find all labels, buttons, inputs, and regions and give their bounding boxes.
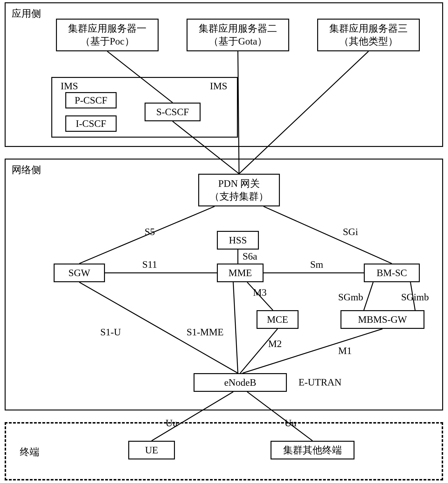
mme-label: MME	[229, 266, 252, 279]
s-cscf-box: S-CSCF	[144, 103, 200, 121]
server1-line1: 集群应用服务器一	[68, 22, 146, 35]
i-cscf-label: I-CSCF	[76, 117, 106, 130]
ims-label1: IMS	[61, 80, 78, 92]
mce-box: MCE	[256, 310, 298, 329]
pdn-line1: PDN 网关	[218, 177, 260, 190]
server3-line2: （其他类型）	[339, 35, 398, 48]
p-cscf-label: P-CSCF	[75, 94, 107, 107]
bmsc-box: BM-SC	[364, 264, 420, 282]
edge-sgmb: SGmb	[338, 291, 363, 303]
other-terminal-box: 集群其他终端	[271, 441, 354, 459]
diagram-canvas: 应用侧 网络侧 终端 集群应用服务器一 （基于Poc） 集群应用服务器二 （基于…	[0, 0, 448, 483]
edge-sm: Sm	[310, 259, 323, 270]
eutran-label: E-UTRAN	[298, 377, 341, 388]
server2-line2: （基于Gota）	[209, 35, 267, 48]
mme-box: MME	[217, 264, 264, 282]
server1-box: 集群应用服务器一 （基于Poc）	[56, 19, 159, 51]
server3-line1: 集群应用服务器三	[329, 22, 408, 35]
network-side-label: 网络侧	[12, 163, 41, 176]
edge-sgi: SGi	[343, 226, 358, 237]
bmsc-label: BM-SC	[377, 266, 407, 279]
terminal-label: 终端	[20, 445, 40, 459]
edge-s11: S11	[142, 259, 157, 270]
i-cscf-box: I-CSCF	[65, 115, 117, 132]
pdn-gw-box: PDN 网关 （支持集群）	[198, 174, 280, 206]
mbmsgw-box: MBMS-GW	[341, 310, 424, 329]
edge-uu1: Uu	[166, 418, 177, 429]
app-side-label: 应用侧	[12, 7, 41, 20]
ue-box: UE	[128, 441, 175, 459]
server3-box: 集群应用服务器三 （其他类型）	[317, 19, 420, 51]
edge-sgimb: SGimb	[401, 291, 429, 303]
edge-s5: S5	[144, 226, 155, 237]
edge-m3: M3	[253, 287, 267, 298]
enodeb-box: eNodeB	[193, 373, 287, 392]
edge-m2: M2	[268, 338, 282, 349]
other-terminal-label: 集群其他终端	[283, 444, 342, 457]
ue-label: UE	[145, 444, 158, 457]
mbmsgw-label: MBMS-GW	[358, 313, 407, 326]
server1-line2: （基于Poc）	[80, 35, 134, 48]
p-cscf-box: P-CSCF	[65, 92, 117, 108]
edge-uu2: Uu	[285, 418, 296, 429]
server2-line1: 集群应用服务器二	[199, 22, 277, 35]
sgw-box: SGW	[54, 264, 105, 282]
ims-label2: IMS	[210, 80, 227, 92]
sgw-label: SGW	[68, 266, 90, 279]
edge-s1u: S1-U	[100, 327, 121, 338]
enodeb-label: eNodeB	[224, 376, 256, 389]
pdn-line2: （支持集群）	[210, 190, 268, 203]
server2-box: 集群应用服务器二 （基于Gota）	[187, 19, 289, 51]
s-cscf-label: S-CSCF	[156, 106, 189, 119]
mce-label: MCE	[267, 313, 288, 326]
edge-m1: M1	[338, 345, 352, 356]
terminal-section	[5, 422, 443, 480]
edge-s1mme: S1-MME	[187, 327, 224, 338]
hss-box: HSS	[217, 231, 259, 250]
edge-s6a: S6a	[242, 251, 257, 262]
hss-label: HSS	[229, 234, 247, 247]
